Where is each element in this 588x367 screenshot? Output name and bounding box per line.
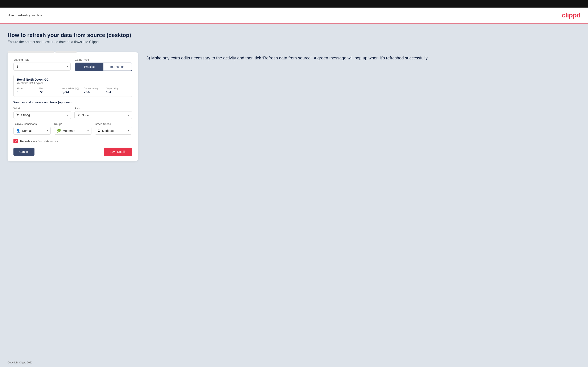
course-stats: Holes 18 Par 72 Yards/White (M)) 6,744 [17, 87, 129, 94]
button-row: Cancel Save Details [13, 148, 132, 156]
course-rating-label: Course rating [84, 87, 106, 90]
tournament-button[interactable]: Tournament [104, 63, 132, 71]
hint-tab-2 [55, 50, 77, 53]
fairway-rough-green-row: Fairway Conditions 👤 Normal ▾ Rough 🌿 Mo… [13, 122, 132, 134]
wind-label: Wind [13, 107, 71, 110]
cancel-button[interactable]: Cancel [13, 148, 35, 156]
green-speed-label: Green Speed [95, 122, 132, 125]
content-area: Starting Hole 1 ▾ Game Type Practice To [8, 50, 580, 161]
stat-holes: Holes 18 [17, 87, 39, 94]
holes-value: 18 [17, 90, 39, 94]
fairway-select[interactable]: 👤 Normal ▾ [13, 127, 51, 134]
side-info-text: 3) Make any extra edits necessary to the… [146, 55, 580, 61]
practice-button[interactable]: Practice [75, 63, 104, 71]
footer: Copyright Clippd 2022 [0, 358, 588, 367]
game-type-label: Game Type [75, 58, 132, 61]
rain-value: None [82, 114, 126, 117]
main-content: How to refresh your data from source (de… [0, 24, 588, 358]
field-rain: Rain ☀ None ▾ [74, 107, 132, 119]
stat-par: Par 72 [39, 87, 62, 94]
checkmark-icon [14, 140, 17, 142]
yards-label: Yards/White (M)) [62, 87, 84, 90]
starting-hole-select-wrapper: 1 ▾ [13, 63, 71, 71]
rain-icon: ☀ [77, 113, 80, 117]
field-rough: Rough 🌿 Moderate ▾ [54, 122, 91, 134]
par-label: Par [39, 87, 62, 90]
green-speed-arrow-icon: ▾ [128, 129, 129, 132]
starting-hole-label: Starting Hole [13, 58, 71, 61]
green-speed-value: Moderate [102, 129, 126, 133]
fairway-value: Normal [22, 129, 45, 133]
wind-arrow-icon: ▾ [67, 114, 68, 117]
refresh-checkbox-label: Refresh shots from data source [20, 140, 58, 143]
logo: clippd [562, 11, 580, 19]
stat-yards: Yards/White (M)) 6,744 [62, 87, 84, 94]
fairway-icon: 👤 [16, 129, 20, 133]
starting-hole-select[interactable]: 1 [13, 63, 71, 71]
wind-value: Strong [21, 113, 65, 117]
field-wind: Wind 🌬 Strong ▾ [13, 107, 71, 119]
game-type-toggle: Practice Tournament [75, 63, 132, 71]
rough-icon: 🌿 [57, 129, 61, 133]
field-green-speed: Green Speed ⚙ Moderate ▾ [95, 122, 132, 134]
top-bar [0, 0, 588, 8]
rough-arrow-icon: ▾ [87, 129, 89, 132]
refresh-checkbox[interactable] [13, 139, 18, 143]
rough-value: Moderate [63, 129, 86, 133]
wind-rain-row: Wind 🌬 Strong ▾ Rain ☀ None ▾ [13, 107, 132, 119]
stat-slope-rating: Slope rating 134 [106, 87, 129, 94]
rough-label: Rough [54, 122, 91, 125]
green-speed-select[interactable]: ⚙ Moderate ▾ [95, 127, 132, 134]
form-card: Starting Hole 1 ▾ Game Type Practice To [8, 50, 138, 161]
yards-value: 6,744 [62, 90, 84, 94]
save-button[interactable]: Save Details [104, 148, 132, 156]
rain-select[interactable]: ☀ None ▾ [74, 111, 132, 119]
field-fairway: Fairway Conditions 👤 Normal ▾ [13, 122, 51, 134]
course-info-box: Royal North Devon GC, Westward Ho!, Engl… [13, 75, 132, 97]
par-value: 72 [39, 90, 62, 94]
header: How to refresh your data clippd [0, 8, 588, 24]
page-heading: How to refresh your data from source (de… [8, 32, 580, 38]
hint-tab-1 [8, 50, 54, 53]
slope-rating-value: 134 [106, 90, 129, 94]
copyright-text: Copyright Clippd 2022 [8, 361, 33, 364]
rough-select[interactable]: 🌿 Moderate ▾ [54, 127, 91, 134]
rain-arrow-icon: ▾ [128, 114, 129, 117]
field-game-type: Game Type Practice Tournament [75, 58, 132, 71]
refresh-checkbox-row: Refresh shots from data source [13, 139, 132, 143]
fairway-arrow-icon: ▾ [47, 129, 48, 132]
row-hole-gametype: Starting Hole 1 ▾ Game Type Practice To [13, 58, 132, 71]
weather-section-title: Weather and course conditions (optional) [13, 100, 132, 104]
fairway-label: Fairway Conditions [13, 122, 51, 125]
wind-icon: 🌬 [16, 113, 19, 117]
course-name: Royal North Devon GC, [17, 78, 129, 81]
course-location: Westward Ho!, England [17, 82, 129, 85]
stat-course-rating: Course rating 72.5 [84, 87, 106, 94]
field-starting-hole: Starting Hole 1 ▾ [13, 58, 71, 71]
rain-label: Rain [74, 107, 132, 110]
course-rating-value: 72.5 [84, 90, 106, 94]
header-title: How to refresh your data [8, 13, 42, 17]
page-subheading: Ensure the correct and most up to date d… [8, 40, 580, 44]
wind-select[interactable]: 🌬 Strong ▾ [13, 111, 71, 119]
side-info: 3) Make any extra edits necessary to the… [146, 50, 580, 61]
holes-label: Holes [17, 87, 39, 90]
green-speed-icon: ⚙ [97, 129, 101, 133]
slope-rating-label: Slope rating [106, 87, 129, 90]
